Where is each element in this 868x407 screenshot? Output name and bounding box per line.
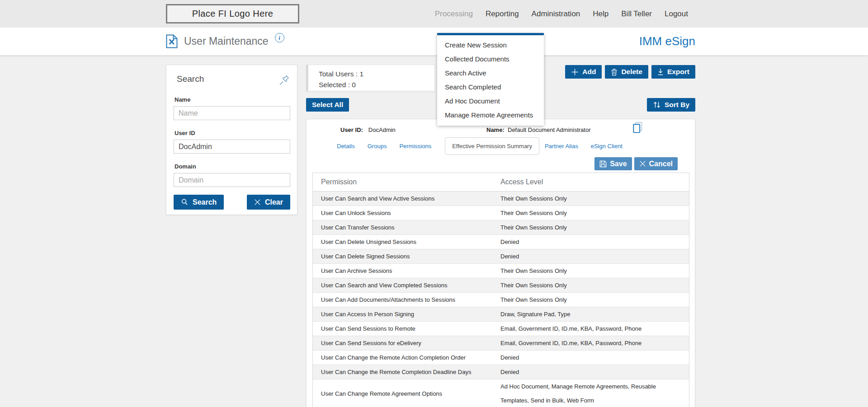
add-button-label: Add [582, 68, 596, 76]
export-button[interactable]: Export [651, 65, 695, 79]
permission-row-object-object: User Can Unlock Sessions Their Own Sessi… [313, 206, 689, 220]
permission-column-header: Permission [321, 178, 500, 186]
nav-item-bill-teller[interactable]: Bill Teller [621, 9, 652, 19]
permission-row-object-object: User Can Change the Remote Action Comple… [313, 351, 689, 365]
input-name[interactable] [174, 106, 290, 120]
tab-permissions[interactable]: Permissions [399, 143, 431, 150]
permission-cell: User Can Search and View Completed Sessi… [321, 278, 500, 292]
nav-item-help[interactable]: Help [593, 9, 609, 19]
page-header: User Maintenance i IMM eSign [0, 28, 868, 55]
access-level-cell: Their Own Sessions Only [500, 264, 689, 278]
clear-button-label: Clear [265, 198, 283, 206]
brand-logo: IMM eSign [639, 34, 695, 48]
nav-item-processing[interactable]: Processing [435, 9, 473, 19]
tab-partner-alias[interactable]: Partner Alias [545, 143, 578, 150]
cancel-button-label: Cancel [649, 160, 673, 168]
search-panel: Search Name User ID [166, 65, 297, 215]
access-level-cell: Ad Hoc Document, Manage Remote Agreement… [500, 379, 689, 407]
menu-item-search-completed[interactable]: Search Completed [437, 80, 544, 94]
input-user-id[interactable] [174, 140, 290, 154]
user-id-value: DocAdmin [368, 126, 396, 133]
sort-arrows-icon [653, 101, 661, 108]
card-actions: Save Cancel [312, 157, 689, 173]
access-level-cell: Denied [500, 351, 689, 365]
field-label-domain: Domain [175, 163, 290, 170]
tab-effective-permission-summary[interactable]: Effective Permission Summary [445, 137, 539, 155]
clear-button[interactable]: Clear [247, 195, 290, 210]
download-icon [657, 68, 664, 75]
access-level-cell: Their Own Sessions Only [500, 278, 689, 292]
search-button[interactable]: Search [174, 195, 224, 210]
permission-row-object-object: User Can Send Sessions for eDelivery Ema… [313, 336, 689, 351]
access-level-cell: Draw, Signature Pad, Type [500, 307, 689, 321]
permission-cell: User Can Transfer Sessions [321, 220, 500, 234]
permissions-table-body: User Can Search and View Active Sessions… [313, 192, 689, 407]
select-all-button[interactable]: Select All [306, 98, 349, 112]
save-button-label: Save [610, 160, 627, 168]
input-domain[interactable] [174, 173, 290, 187]
pin-icon[interactable] [278, 74, 290, 86]
info-icon[interactable]: i [275, 33, 284, 42]
export-button-label: Export [667, 68, 689, 76]
sort-by-button[interactable]: Sort By [647, 98, 695, 112]
user-name-label: Name: [486, 126, 505, 133]
user-detail-card: User ID: DocAdmin Name: Default Document… [306, 119, 695, 407]
menu-item-ad-hoc-document[interactable]: Ad Hoc Document [437, 94, 544, 108]
user-name-value: Default Document Administrator [508, 126, 591, 133]
search-fields: Name User ID Domain [174, 96, 290, 187]
access-level-cell: Denied [500, 249, 689, 263]
tab-esign-client[interactable]: eSign Client [591, 143, 623, 150]
permission-row-object-object: User Can Change Remote Agreement Options… [313, 379, 689, 407]
nav-item-reporting[interactable]: Reporting [486, 9, 519, 19]
access-level-cell: Denied [500, 235, 689, 249]
plus-icon [571, 68, 579, 76]
permission-cell: User Can Access In Person Signing [321, 307, 500, 321]
permission-cell: User Can Search and View Active Sessions [321, 192, 500, 206]
tab-details[interactable]: Details [337, 143, 355, 150]
permission-cell: User Can Change Remote Agreement Options [321, 387, 500, 401]
permission-row-object-object: User Can Archive Sessions Their Own Sess… [313, 264, 689, 278]
field-label-user-id: User ID [175, 130, 290, 136]
menu-item-collected-documents[interactable]: Collected Documents [437, 52, 544, 66]
permission-row-object-object: User Can Access In Person Signing Draw, … [313, 307, 689, 322]
access-level-cell: Their Own Sessions Only [500, 206, 689, 220]
clear-x-icon [254, 199, 261, 206]
delete-button-label: Delete [621, 68, 642, 76]
permission-cell: User Can Add Documents/Attachments to Se… [321, 293, 500, 307]
cancel-x-icon [639, 160, 646, 167]
search-field: User ID [174, 130, 290, 154]
add-user-button[interactable]: Add [565, 65, 602, 79]
permission-row-object-object: User Can Search and View Completed Sessi… [313, 278, 689, 293]
save-button[interactable]: Save [594, 157, 632, 170]
access-level-cell: Email, Government ID, ID.me, KBA, Passwo… [500, 322, 689, 336]
nav-item-logout[interactable]: Logout [665, 9, 688, 19]
permission-cell: User Can Change the Remote Completion De… [321, 365, 500, 379]
permission-row-object-object: User Can Send Sessions to Remote Email, … [313, 322, 689, 336]
copy-icon[interactable] [632, 121, 643, 135]
access-level-cell: Their Own Sessions Only [500, 220, 689, 234]
user-card-tabs: Details Groups Permissions Effective Per… [312, 136, 689, 155]
cancel-button[interactable]: Cancel [634, 157, 678, 170]
save-floppy-icon [599, 160, 607, 168]
permission-cell: User Can Send Sessions to Remote [321, 322, 500, 336]
access-level-cell: Denied [500, 365, 689, 379]
menu-item-create-new-session[interactable]: Create New Session [437, 38, 544, 52]
trash-icon [611, 68, 618, 76]
nav-item-administration[interactable]: Administration [532, 9, 580, 19]
access-level-cell: Their Own Sessions Only [500, 192, 689, 206]
menu-item-manage-remote-agreements[interactable]: Manage Remote Agreements [437, 108, 544, 122]
topbar: Place FI Logo Here Processing Reporting … [0, 0, 868, 28]
permission-row-object-object: User Can Add Documents/Attachments to Se… [313, 293, 689, 307]
permission-row-object-object: User Can Change the Remote Completion De… [313, 365, 689, 379]
search-button-label: Search [193, 198, 217, 206]
menu-item-search-active[interactable]: Search Active [437, 66, 544, 80]
delete-user-button[interactable]: Delete [605, 65, 648, 79]
user-summary-box: Total Users : 1 Selected : 0 [306, 65, 435, 91]
search-panel-title: Search [177, 74, 204, 84]
permission-row-object-object: User Can Search and View Active Sessions… [313, 192, 689, 206]
user-toolbar: Add Delete [565, 65, 695, 79]
search-icon [181, 198, 189, 206]
tab-groups[interactable]: Groups [368, 143, 387, 150]
sort-by-label: Sort By [665, 101, 689, 109]
permissions-table-header: Permission Access Level [313, 173, 689, 192]
